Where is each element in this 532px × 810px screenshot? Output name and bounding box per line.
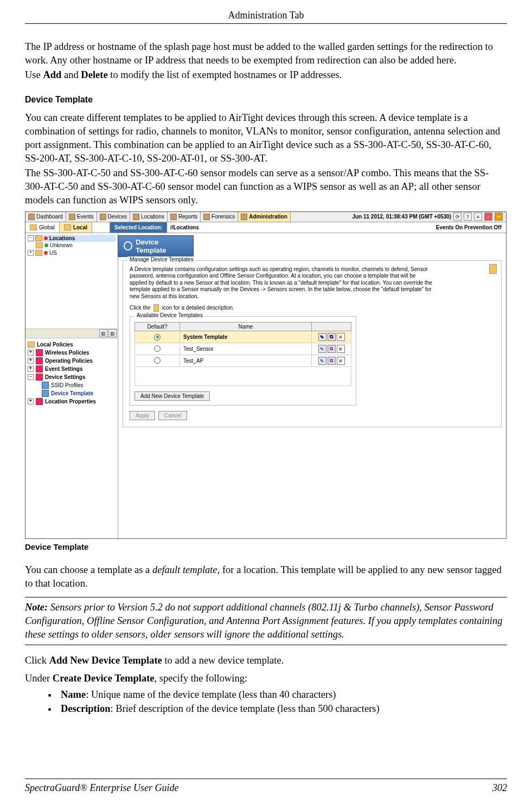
tab-dashboard[interactable]: Dashboard [25, 212, 66, 222]
tab-label: Events [77, 214, 94, 220]
mini-btn-1-icon[interactable]: ▥ [99, 329, 107, 337]
bold-add: Add [43, 69, 61, 80]
add-template-button[interactable]: Add New Device Template [134, 391, 210, 401]
tab-reports[interactable]: Reports [168, 212, 201, 222]
mini-btn-2-icon[interactable]: ▥ [108, 329, 117, 337]
italic: default template, [152, 564, 220, 575]
expand-icon[interactable]: + [28, 366, 34, 372]
note-block: Note: Sensors prior to Version 5.2 do no… [25, 597, 507, 645]
lp-wireless[interactable]: +Wireless Policies [28, 349, 116, 357]
tree-node-us[interactable]: + US [28, 249, 116, 257]
logout-icon[interactable]: ↪ [495, 213, 503, 221]
panel-desc2: Click the icon for a detailed descriptio… [130, 304, 433, 312]
section-heading-device-template: Device Template [25, 95, 507, 105]
text: icon for a detailed description. [162, 305, 234, 311]
subpanel-legend: Available Device Templates [134, 312, 205, 318]
local-policies-heading: Local Policies [28, 340, 116, 349]
label: Location Properties [45, 397, 96, 406]
text: to add a new device template. [162, 655, 284, 666]
policy-icon [36, 357, 43, 364]
tab-locations[interactable]: Locations [130, 212, 168, 222]
col-default: Default? [135, 323, 180, 331]
expand-icon[interactable]: + [28, 350, 34, 356]
default-radio[interactable] [154, 345, 161, 352]
default-radio[interactable] [154, 334, 161, 340]
label: Device Template [51, 389, 93, 397]
template-name: Test_AP [180, 355, 312, 367]
text: : Unique name of the device template (le… [86, 689, 336, 700]
copy-icon[interactable]: ⧉ [328, 357, 336, 365]
edit-icon[interactable]: ✎ [318, 333, 326, 341]
expand-icon[interactable]: - [28, 235, 34, 241]
col-name: Name [180, 323, 312, 331]
lp-ssid-profiles[interactable]: SSID Profiles [28, 381, 116, 389]
lp-operating[interactable]: +Operating Policies [28, 357, 116, 365]
bold-delete: Delete [81, 69, 107, 80]
tab-devices[interactable]: Devices [97, 212, 131, 222]
tree-root-locations[interactable]: - Locations [28, 235, 116, 242]
delete-icon[interactable]: ✕ [337, 345, 345, 353]
figure-caption: Device Template [25, 542, 507, 551]
intro-block: The IP address or hostname of the splash… [25, 40, 507, 83]
tab-administration[interactable]: Administration [238, 212, 291, 222]
label: Local Policies [37, 340, 73, 349]
status-dot-icon [44, 251, 48, 255]
table-row: Test_AP ✎⧉✕ [135, 355, 351, 367]
edit-icon[interactable]: ✎ [318, 357, 326, 365]
text: You can choose a template as a [25, 564, 152, 575]
delete-icon[interactable]: ✕ [337, 333, 345, 341]
folder-icon [35, 235, 42, 241]
edit-icon[interactable]: ✎ [318, 345, 326, 353]
manage-templates-panel: Manage Device Templates A Device templat… [123, 260, 502, 428]
global-tab[interactable]: Global [25, 222, 60, 233]
under-line: Under Create Device Template, specify th… [25, 672, 507, 685]
expand-icon[interactable]: - [28, 374, 34, 380]
local-tab[interactable]: Local [60, 222, 92, 233]
text: and [61, 69, 81, 80]
tree-label: Locations [49, 235, 75, 242]
tab-forensics[interactable]: Forensics [201, 212, 238, 222]
forensics-icon [203, 214, 210, 220]
sidebar-mini-toolbar: ▥ ▥ [25, 329, 118, 338]
tab-label: Devices [108, 214, 127, 220]
intro-p1: The IP address or hostname of the splash… [25, 40, 507, 67]
note-label: Note: [25, 602, 48, 613]
bold: Description [61, 703, 110, 714]
tree-label: US [49, 249, 57, 257]
help-icon[interactable]: ? [464, 213, 472, 221]
lp-event[interactable]: +Event Settings [28, 365, 116, 373]
panel-legend: Manage Device Templates [127, 256, 196, 262]
table-row: Test_Sensor ✎⧉✕ [135, 343, 351, 355]
folder-icon [64, 224, 71, 230]
delete-icon[interactable]: ✕ [337, 357, 345, 365]
template-name: System Template [180, 331, 312, 343]
expand-icon[interactable]: + [28, 358, 34, 364]
expand-icon[interactable]: + [28, 398, 34, 404]
page-footer: SpectraGuard® Enterprise User Guide 302 [25, 768, 507, 794]
expand-icon[interactable]: + [28, 250, 34, 256]
templates-table: Default? Name System Template ✎⧉✕ [134, 322, 351, 386]
tab-label: Reports [178, 214, 197, 220]
settings-icon[interactable]: ≡ [474, 213, 482, 221]
default-radio[interactable] [154, 357, 161, 364]
tab-label: Locations [141, 214, 164, 220]
stop-icon[interactable]: ◦ [484, 213, 492, 221]
lp-device[interactable]: -Device Settings [28, 373, 116, 381]
refresh-icon[interactable]: ⟳ [453, 213, 462, 221]
copy-icon[interactable]: ⧉ [328, 333, 336, 341]
lp-location-props[interactable]: +Location Properties [28, 397, 116, 406]
bold: Name [61, 689, 86, 700]
lp-device-template[interactable]: Device Template [28, 389, 116, 397]
tab-events[interactable]: Events [66, 212, 97, 222]
cancel-button[interactable]: Cancel [158, 411, 187, 420]
policy-icon [36, 365, 43, 372]
page-header-title: Administration Tab [25, 10, 507, 21]
tree-node-unknown[interactable]: Unknown [28, 242, 116, 249]
label: Wireless Policies [45, 349, 89, 357]
location-subbar: Global Local Selected Location: //Locati… [25, 222, 506, 233]
copy-icon[interactable]: ⧉ [328, 345, 336, 353]
panel-title: Device Template [136, 238, 188, 254]
apply-button[interactable]: Apply [130, 411, 155, 420]
info-icon[interactable] [489, 264, 497, 274]
text: , specify the following: [155, 673, 248, 684]
